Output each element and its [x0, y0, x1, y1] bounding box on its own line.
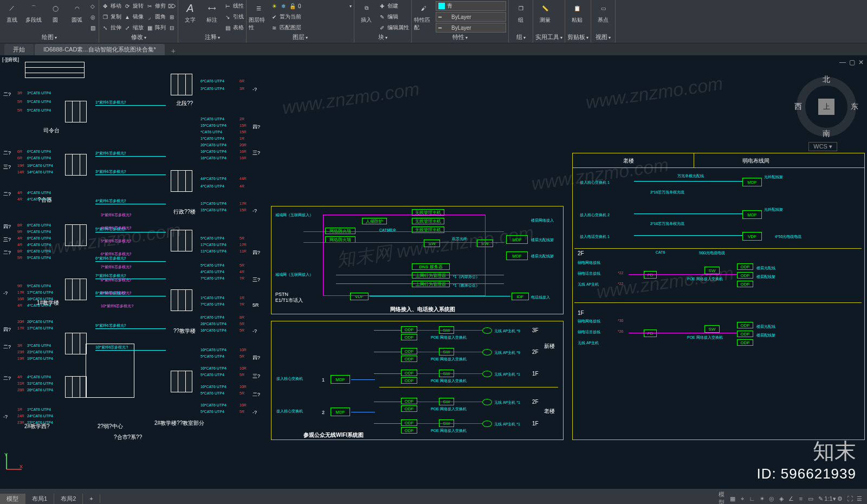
port-count: 4R [17, 375, 22, 379]
port-count: 3R [17, 91, 22, 95]
cube-s[interactable]: 南 [823, 129, 830, 139]
cmd-text[interactable]: A文字 [180, 1, 200, 24]
sb-ann[interactable]: ✎ [816, 494, 825, 503]
panel-modify: ✥移动 ❐复制 ⤡拉伸 ⟳旋转 ▲镜像 ⤢缩放 ✂修剪 ◞圆角 ▦阵列 ⌦ ⊞ … [99, 0, 178, 43]
cmd-copy[interactable]: ❐复制 [101, 12, 121, 22]
sb-scale[interactable]: 1:1▾ [826, 494, 834, 503]
color-combo[interactable]: 青 [436, 1, 506, 11]
cube-w[interactable]: 西 [794, 102, 802, 112]
title-b1: 1#教学楼 [37, 299, 59, 307]
cmd-line[interactable]: ／直线 [2, 1, 22, 24]
cmd-fillet[interactable]: ◞圆角 [146, 12, 166, 22]
r-1f: 1F [578, 310, 584, 316]
tab-add-layout[interactable]: + [83, 494, 100, 503]
sb-custom[interactable]: ☰ [855, 494, 864, 503]
wcs-indicator[interactable]: WCS ▾ [808, 142, 837, 151]
r-cab3b: 光纤配线架 [764, 207, 783, 212]
fiber-run: 6*紫纤6芯多模光? [101, 251, 131, 257]
r-cab5a: 楼层配线架 [756, 274, 775, 280]
sb-qp[interactable]: ▭ [806, 494, 815, 503]
port-count: 19R [17, 164, 24, 167]
view-cube[interactable]: 上 北 南 东 西 [797, 77, 856, 137]
lbl-wall: 楼层网络接入 [531, 218, 554, 223]
cmd-stretch[interactable]: ⤡拉伸 [101, 23, 121, 33]
cube-n[interactable]: 北 [823, 75, 830, 85]
tab-layout1[interactable]: 布局1 [25, 494, 54, 504]
r-ph1f: 弱电话音接线 [578, 329, 600, 335]
cable-run: 9*CAT6 UTP4 [27, 230, 51, 234]
r-poe2: POE 网络接入交换机 [687, 335, 723, 340]
cmd-group[interactable]: ❒组 [511, 1, 530, 24]
lw-combo[interactable]: ━ByLayer [436, 12, 506, 22]
sb-polar[interactable]: ✴ [758, 494, 766, 503]
cmd-setcurrent[interactable]: ✔置为当前 [270, 12, 352, 22]
sb-grid[interactable]: ▦ [728, 494, 737, 503]
cmd-leader[interactable]: ↘引线 [224, 12, 244, 22]
cmd-circle[interactable]: ◯圆 [46, 1, 65, 24]
tab-layout2[interactable]: 布局2 [54, 494, 83, 504]
modify-x2[interactable]: ⊞ [168, 12, 176, 22]
drawing-canvas[interactable]: [-][俯视] — ▢ ✕ 上 北 南 东 西 WCS ▾ www.znzmo.… [0, 55, 867, 489]
modify-x3[interactable]: ⊟ [168, 23, 176, 33]
sb-osnap[interactable]: ◎ [767, 494, 776, 503]
tab-file[interactable]: ID6888-CAD素...自动智能化系统图块合集* [35, 44, 165, 55]
cmd-rotate[interactable]: ⟳旋转 [124, 1, 144, 11]
cmd-insert[interactable]: ⧉插入 [357, 1, 376, 24]
cmd-array[interactable]: ▦阵列 [146, 23, 166, 33]
sb-otrack[interactable]: ∠ [787, 494, 795, 503]
cmd-arc[interactable]: ◠圆弧 [67, 1, 87, 24]
cmd-edit[interactable]: ✎编辑 [378, 12, 409, 22]
vp-min[interactable]: — [839, 59, 846, 66]
cmd-attedit[interactable]: ✐编辑属性 [378, 23, 409, 33]
cmd-mirror[interactable]: ▲镜像 [124, 12, 144, 22]
cube-top[interactable]: 上 [818, 99, 834, 115]
port-count: 24R [17, 414, 24, 418]
sb-full[interactable]: ⛶ [845, 494, 854, 503]
cable-run: 19*CAT6 UTP4 [27, 164, 53, 167]
vp-close[interactable]: ✕ [858, 59, 864, 66]
cmd-trim[interactable]: ✂修剪 [146, 1, 166, 11]
title-silingtai: 司令台 [43, 127, 60, 134]
r-cab3: 光纤配线架 [764, 175, 783, 180]
sb-lwt[interactable]: ≡ [797, 494, 805, 503]
cmd-paste[interactable]: 📋粘贴 [567, 1, 587, 24]
cube-e[interactable]: 东 [851, 102, 858, 112]
title-admin: 行政??楼 [173, 208, 196, 216]
cable-run: 17*CAT6 UTP4 [27, 290, 53, 294]
tab-model[interactable]: 模型 [0, 494, 25, 504]
sb-model[interactable]: 模型 [719, 494, 727, 503]
floor-tag: -? [3, 290, 8, 296]
tab-start[interactable]: 开始 [4, 44, 34, 55]
sb-ortho[interactable]: ∟ [748, 494, 756, 503]
cmd-move[interactable]: ✥移动 [101, 1, 121, 11]
lt-combo[interactable]: ━ByLayer [436, 23, 506, 33]
floor-tag: 二? [3, 375, 11, 382]
cmd-table[interactable]: ▤表格 [224, 23, 244, 33]
cmd-dim[interactable]: ⟷标注 [202, 1, 222, 24]
cmd-matchlayer[interactable]: ≋匹配图层 [270, 23, 352, 33]
sb-snap[interactable]: ⌖ [738, 494, 747, 503]
modify-x1[interactable]: ⌦ [168, 1, 176, 11]
cmd-base[interactable]: ▭基点 [593, 1, 613, 24]
vp-max[interactable]: ▢ [849, 59, 855, 66]
cable-run: 9*CAT6 UTP4 [27, 284, 51, 288]
cmd-create[interactable]: ✚创建 [378, 1, 409, 11]
lbl-cab2: 楼层光配线架 [531, 254, 554, 259]
cmd-layerprop[interactable]: ☰图层特性 [249, 1, 268, 31]
sb-gear[interactable]: ⚙ [836, 494, 844, 503]
cmd-matchprop[interactable]: 🖌特性匹配 [414, 1, 434, 31]
draw-misc-1[interactable]: ◇ [89, 1, 96, 11]
layer-combo[interactable]: ☀❄🔓0▾ [270, 1, 352, 11]
region-mid: 北段?? 行政??楼 ??教学楼 2#教学楼??教室部分 [144, 62, 268, 441]
port-count: 6R [17, 150, 22, 153]
cmd-pline[interactable]: ⌒多段线 [24, 1, 43, 24]
tab-new[interactable]: + [166, 47, 181, 55]
watermark: www.znzmo.com [281, 78, 421, 118]
draw-misc-2[interactable]: ◎ [89, 12, 96, 22]
cmd-scale[interactable]: ⤢缩放 [124, 23, 144, 33]
cmd-linear[interactable]: ⊢线性 [224, 1, 244, 11]
ucs-icon: X Y [3, 451, 25, 473]
cmd-measure[interactable]: 📏测量 [535, 1, 555, 24]
sb-3dosnap[interactable]: ◈ [777, 494, 786, 503]
draw-misc-3[interactable]: ▧ [89, 23, 96, 33]
